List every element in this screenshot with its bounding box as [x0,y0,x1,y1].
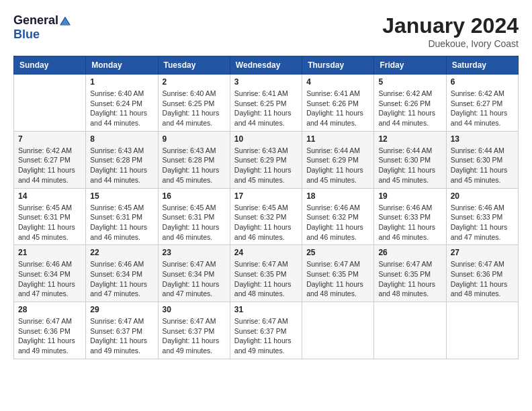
column-header-sunday: Sunday [14,56,86,75]
day-info: Sunrise: 6:43 AMSunset: 6:29 PMDaylight:… [234,146,298,185]
calendar-cell: 2Sunrise: 6:40 AMSunset: 6:25 PMDaylight… [158,75,230,132]
calendar-cell: 16Sunrise: 6:45 AMSunset: 6:31 PMDayligh… [158,188,230,245]
calendar-cell: 12Sunrise: 6:44 AMSunset: 6:30 PMDayligh… [374,131,446,188]
calendar-cell: 26Sunrise: 6:47 AMSunset: 6:35 PMDayligh… [374,245,446,302]
day-number: 24 [234,248,298,257]
calendar-cell: 4Sunrise: 6:41 AMSunset: 6:26 PMDaylight… [302,75,374,132]
calendar-cell: 15Sunrise: 6:45 AMSunset: 6:31 PMDayligh… [86,188,158,245]
day-info: Sunrise: 6:45 AMSunset: 6:31 PMDaylight:… [163,203,226,242]
day-info: Sunrise: 6:42 AMSunset: 6:26 PMDaylight:… [378,89,441,128]
day-info: Sunrise: 6:44 AMSunset: 6:30 PMDaylight:… [378,146,441,185]
day-number: 7 [18,134,81,144]
calendar-cell: 23Sunrise: 6:47 AMSunset: 6:34 PMDayligh… [158,245,230,302]
day-info: Sunrise: 6:43 AMSunset: 6:28 PMDaylight:… [163,146,226,185]
day-number: 26 [378,248,441,257]
calendar-cell: 13Sunrise: 6:44 AMSunset: 6:30 PMDayligh… [446,131,518,188]
day-info: Sunrise: 6:46 AMSunset: 6:33 PMDaylight:… [378,203,441,242]
calendar-cell: 28Sunrise: 6:47 AMSunset: 6:36 PMDayligh… [14,302,86,359]
column-header-wednesday: Wednesday [230,56,302,75]
day-number: 29 [90,305,153,314]
day-number: 28 [18,305,81,314]
calendar-cell [446,302,518,359]
day-number: 16 [163,191,226,201]
calendar-cell: 7Sunrise: 6:42 AMSunset: 6:27 PMDaylight… [14,131,86,188]
day-number: 27 [451,248,514,257]
calendar-cell: 27Sunrise: 6:47 AMSunset: 6:36 PMDayligh… [446,245,518,302]
calendar-cell: 21Sunrise: 6:46 AMSunset: 6:34 PMDayligh… [14,245,86,302]
day-info: Sunrise: 6:45 AMSunset: 6:31 PMDaylight:… [90,203,153,242]
calendar-cell: 11Sunrise: 6:44 AMSunset: 6:29 PMDayligh… [302,131,374,188]
day-number: 18 [306,191,369,201]
day-number: 23 [163,248,226,257]
calendar-header-row: SundayMondayTuesdayWednesdayThursdayFrid… [14,56,519,75]
calendar-cell: 8Sunrise: 6:43 AMSunset: 6:28 PMDaylight… [86,131,158,188]
day-info: Sunrise: 6:41 AMSunset: 6:25 PMDaylight:… [234,89,298,128]
calendar-cell: 1Sunrise: 6:40 AMSunset: 6:24 PMDaylight… [86,75,158,132]
calendar-week-row: 14Sunrise: 6:45 AMSunset: 6:31 PMDayligh… [14,188,519,245]
column-header-tuesday: Tuesday [158,56,230,75]
column-header-friday: Friday [374,56,446,75]
day-info: Sunrise: 6:47 AMSunset: 6:37 PMDaylight:… [234,316,298,356]
day-number: 12 [378,134,441,144]
day-info: Sunrise: 6:47 AMSunset: 6:35 PMDaylight:… [234,259,298,299]
day-info: Sunrise: 6:41 AMSunset: 6:26 PMDaylight:… [306,89,369,128]
day-info: Sunrise: 6:47 AMSunset: 6:36 PMDaylight:… [451,259,514,299]
calendar-cell: 17Sunrise: 6:45 AMSunset: 6:32 PMDayligh… [230,188,302,245]
calendar-cell: 31Sunrise: 6:47 AMSunset: 6:37 PMDayligh… [230,302,302,359]
day-info: Sunrise: 6:47 AMSunset: 6:34 PMDaylight:… [163,259,226,299]
calendar-cell: 30Sunrise: 6:47 AMSunset: 6:37 PMDayligh… [158,302,230,359]
day-info: Sunrise: 6:46 AMSunset: 6:33 PMDaylight:… [451,203,514,242]
calendar-table: SundayMondayTuesdayWednesdayThursdayFrid… [13,56,519,359]
day-info: Sunrise: 6:47 AMSunset: 6:37 PMDaylight:… [163,316,226,356]
calendar-week-row: 1Sunrise: 6:40 AMSunset: 6:24 PMDaylight… [14,75,519,132]
day-info: Sunrise: 6:47 AMSunset: 6:35 PMDaylight:… [306,259,369,299]
day-number: 14 [18,191,81,201]
logo-blue-text: Blue [13,28,40,42]
day-info: Sunrise: 6:44 AMSunset: 6:30 PMDaylight:… [451,146,514,185]
calendar-week-row: 21Sunrise: 6:46 AMSunset: 6:34 PMDayligh… [14,245,519,302]
calendar-cell: 10Sunrise: 6:43 AMSunset: 6:29 PMDayligh… [230,131,302,188]
location: Duekoue, Ivory Coast [382,38,519,49]
day-number: 5 [378,77,441,87]
calendar-cell: 18Sunrise: 6:46 AMSunset: 6:32 PMDayligh… [302,188,374,245]
day-info: Sunrise: 6:44 AMSunset: 6:29 PMDaylight:… [306,146,369,185]
page-header: General Blue January 2024 Duekoue, Ivory… [13,13,519,49]
calendar-cell: 14Sunrise: 6:45 AMSunset: 6:31 PMDayligh… [14,188,86,245]
calendar-cell [14,75,86,132]
calendar-cell: 6Sunrise: 6:42 AMSunset: 6:27 PMDaylight… [446,75,518,132]
day-info: Sunrise: 6:42 AMSunset: 6:27 PMDaylight:… [18,146,81,185]
calendar-week-row: 7Sunrise: 6:42 AMSunset: 6:27 PMDaylight… [14,131,519,188]
day-number: 17 [234,191,298,201]
title-block: January 2024 Duekoue, Ivory Coast [382,13,519,49]
calendar-week-row: 28Sunrise: 6:47 AMSunset: 6:36 PMDayligh… [14,302,519,359]
day-info: Sunrise: 6:47 AMSunset: 6:37 PMDaylight:… [90,316,153,356]
logo: General Blue [13,13,71,42]
calendar-cell: 25Sunrise: 6:47 AMSunset: 6:35 PMDayligh… [302,245,374,302]
day-number: 15 [90,191,153,201]
month-title: January 2024 [382,13,519,38]
day-number: 10 [234,134,298,144]
column-header-saturday: Saturday [446,56,518,75]
column-header-thursday: Thursday [302,56,374,75]
day-info: Sunrise: 6:46 AMSunset: 6:34 PMDaylight:… [90,259,153,299]
day-number: 19 [378,191,441,201]
calendar-cell: 19Sunrise: 6:46 AMSunset: 6:33 PMDayligh… [374,188,446,245]
day-number: 3 [234,77,298,87]
calendar-cell [374,302,446,359]
calendar-cell: 20Sunrise: 6:46 AMSunset: 6:33 PMDayligh… [446,188,518,245]
day-info: Sunrise: 6:47 AMSunset: 6:35 PMDaylight:… [378,259,441,299]
day-number: 9 [163,134,226,144]
calendar-cell: 3Sunrise: 6:41 AMSunset: 6:25 PMDaylight… [230,75,302,132]
day-info: Sunrise: 6:40 AMSunset: 6:25 PMDaylight:… [163,89,226,128]
day-number: 13 [451,134,514,144]
day-number: 21 [18,248,81,257]
logo-icon [60,15,71,26]
day-info: Sunrise: 6:45 AMSunset: 6:31 PMDaylight:… [18,203,81,242]
calendar-cell: 22Sunrise: 6:46 AMSunset: 6:34 PMDayligh… [86,245,158,302]
day-number: 30 [163,305,226,314]
day-info: Sunrise: 6:40 AMSunset: 6:24 PMDaylight:… [90,89,153,128]
day-number: 8 [90,134,153,144]
day-number: 2 [163,77,226,87]
day-number: 31 [234,305,298,314]
day-info: Sunrise: 6:42 AMSunset: 6:27 PMDaylight:… [451,89,514,128]
